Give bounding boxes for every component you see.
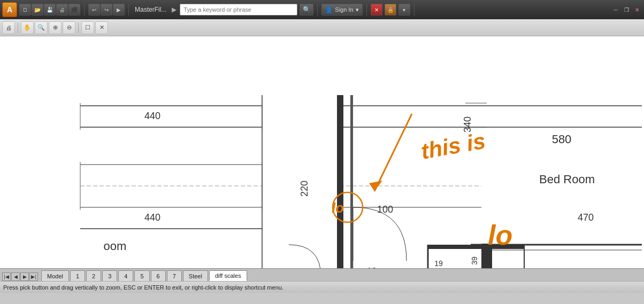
quick-access-toolbar: 🗋 📂 💾 🖨 ⬛ <box>19 4 80 15</box>
user-icon: 👤 <box>325 6 333 13</box>
zoom-in-button[interactable]: ⊕ <box>49 21 62 34</box>
dim-580: 580 <box>552 132 572 146</box>
open-button[interactable]: 📂 <box>32 4 43 15</box>
separator1 <box>84 3 85 16</box>
drawing-toolbar: 🖨 ✋ 🔍 ⊕ ⊖ ☐ ✕ <box>0 19 644 36</box>
dim-100: 100 <box>377 204 393 215</box>
annotation-lo1: lo <box>332 200 344 216</box>
tab-model[interactable]: Model <box>41 270 69 281</box>
tab-4[interactable]: 4 <box>118 270 133 281</box>
separator3 <box>317 3 318 16</box>
help-dropdown-button[interactable]: ▾ <box>398 4 410 15</box>
app-menu-button[interactable]: A <box>2 2 17 17</box>
new-button[interactable]: 🗋 <box>19 4 31 15</box>
tab-6[interactable]: 6 <box>151 270 166 281</box>
tab-3[interactable]: 3 <box>102 270 117 281</box>
pan-button[interactable]: ✋ <box>21 21 34 34</box>
redo-button[interactable]: ↪ <box>101 4 112 15</box>
print-button[interactable]: 🖨 <box>2 21 15 34</box>
tab-prev-button[interactable]: ◀ <box>11 272 20 281</box>
status-text: Press pick button and drag vertically to… <box>3 284 283 291</box>
tab-steel[interactable]: Steel <box>183 270 208 281</box>
svg-rect-0 <box>0 36 644 268</box>
sign-in-button[interactable]: 👤 Sign In ▾ <box>321 4 362 15</box>
dropdown-arrow-icon: ▾ <box>356 6 359 13</box>
more-button[interactable]: ▶ <box>113 4 125 15</box>
tab-last-button[interactable]: ▶| <box>29 272 38 281</box>
zoom-out-button[interactable]: ⊖ <box>63 21 75 34</box>
tab-1[interactable]: 1 <box>70 270 85 281</box>
dim-470: 470 <box>578 212 594 223</box>
tab-navigation: |◀ ◀ ▶ ▶| <box>2 272 38 281</box>
room-partial-label: oom <box>104 239 127 253</box>
app-title: MasterFil... <box>135 6 166 13</box>
annotation-lo2: lo <box>488 220 512 251</box>
markup-button[interactable]: ☐ <box>81 21 94 34</box>
tab-bar: |◀ ◀ ▶ ▶| Model 1 2 3 4 5 6 7 Steel diff… <box>0 268 644 281</box>
tab-first-button[interactable]: |◀ <box>2 272 11 281</box>
dim-39: 39 <box>470 256 479 265</box>
restore-button[interactable]: ❐ <box>622 5 631 14</box>
separator4 <box>366 3 367 16</box>
separator2 <box>128 3 129 16</box>
status-bar: Press pick button and drag vertically to… <box>0 281 644 293</box>
undo-redo-group: ↩ ↪ ▶ <box>88 4 125 15</box>
window-controls: ─ ❐ ✕ <box>611 5 642 14</box>
minimize-button[interactable]: ─ <box>611 5 620 14</box>
plot-button[interactable]: 🖨 <box>56 4 68 15</box>
app-icon: A <box>7 5 12 14</box>
dim-220: 220 <box>299 181 310 197</box>
tab-2[interactable]: 2 <box>86 270 101 281</box>
zoom-button[interactable]: 🔍 <box>35 21 48 34</box>
drawing-canvas: 440 440 220 340 580 100 Bed Room oom 10 … <box>0 36 644 268</box>
title-bar: A 🗋 📂 💾 🖨 ⬛ ↩ ↪ ▶ MasterFil... ▶ 🔍 👤 Sig… <box>0 0 644 19</box>
dim-440-left: 440 <box>144 111 160 121</box>
close-x-button[interactable]: ✕ <box>371 4 382 15</box>
close-markup-button[interactable]: ✕ <box>95 21 108 34</box>
publish-button[interactable]: ⬛ <box>68 4 80 15</box>
dim-440-right: 440 <box>144 212 160 223</box>
tb2-sep1 <box>18 22 18 33</box>
tab-7[interactable]: 7 <box>167 270 182 281</box>
save-button[interactable]: 💾 <box>44 4 56 15</box>
tb2-sep2 <box>78 22 79 33</box>
dim-10-bottom: 10 <box>367 267 377 268</box>
close-button[interactable]: ✕ <box>632 5 642 14</box>
sign-in-label: Sign In <box>335 6 353 13</box>
search-input[interactable] <box>180 4 297 15</box>
cad-drawing-svg: 440 440 220 340 580 100 Bed Room oom 10 … <box>0 36 644 268</box>
security-button[interactable]: 🔒 <box>385 4 396 15</box>
title-arrow-icon: ▶ <box>172 6 177 13</box>
svg-rect-11 <box>337 95 343 268</box>
undo-button[interactable]: ↩ <box>88 4 100 15</box>
tab-next-button[interactable]: ▶ <box>20 272 29 281</box>
dim-19: 19 <box>434 259 443 268</box>
search-button[interactable]: 🔍 <box>300 4 313 15</box>
separator5 <box>414 3 415 16</box>
tab-5[interactable]: 5 <box>134 270 149 281</box>
tab-diff-scales[interactable]: diff scales <box>209 270 247 281</box>
bed-room-label: Bed Room <box>539 173 595 186</box>
svg-rect-12 <box>350 95 353 268</box>
